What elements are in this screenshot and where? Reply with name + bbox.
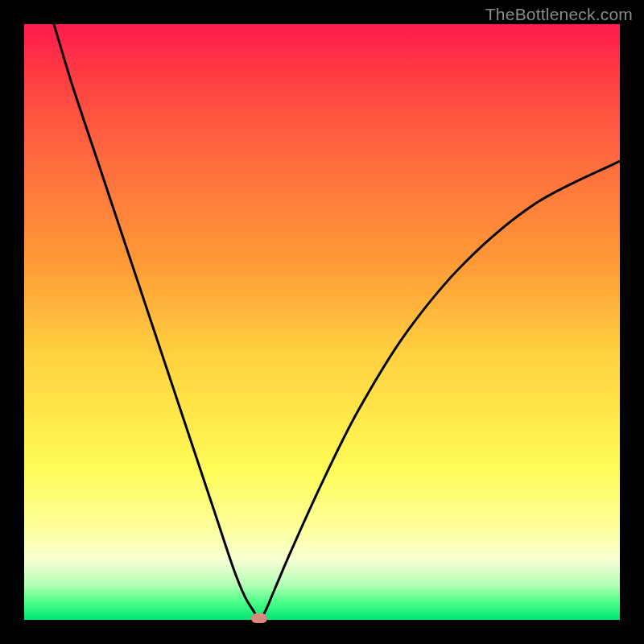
chart-frame: TheBottleneck.com <box>0 0 644 644</box>
bottleneck-curve-svg <box>24 24 620 620</box>
optimum-marker <box>251 613 267 623</box>
watermark-text: TheBottleneck.com <box>485 5 633 24</box>
bottleneck-curve-path <box>54 24 620 620</box>
